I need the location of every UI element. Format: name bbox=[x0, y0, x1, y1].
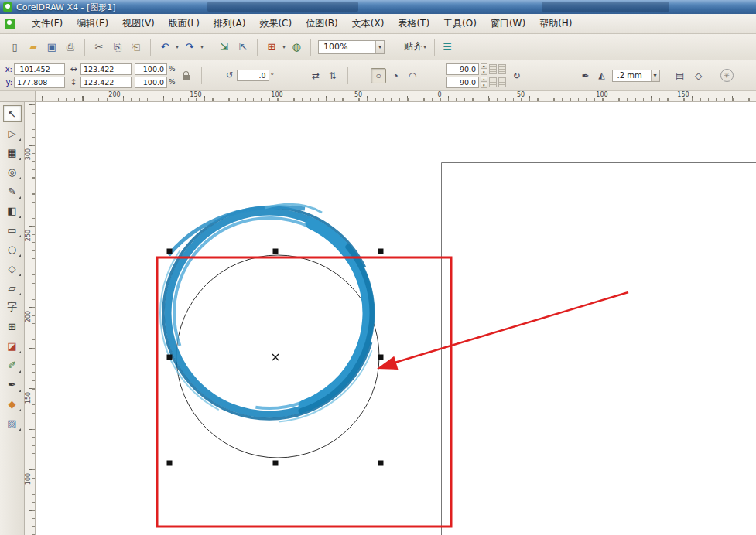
quick-customize-button[interactable]: ✳ bbox=[719, 68, 735, 83]
outline-width-dropdown-icon[interactable]: ▾ bbox=[651, 70, 659, 81]
menu-layout[interactable]: 版面(L) bbox=[162, 14, 207, 33]
object-height-field[interactable]: 123.422 mm bbox=[80, 77, 132, 88]
selection-handle[interactable] bbox=[273, 461, 279, 466]
pick-tool[interactable]: ↖ bbox=[3, 105, 22, 122]
mini-toggle-button[interactable] bbox=[489, 64, 497, 74]
export-icon[interactable]: ⇱ bbox=[234, 39, 251, 56]
ellipse-mode-button[interactable]: ○ bbox=[371, 68, 386, 83]
zoom-level-combobox[interactable]: 100% ▾ bbox=[318, 40, 385, 54]
mirror-horizontal-button[interactable]: ⇄ bbox=[308, 68, 323, 83]
polygon-tool[interactable]: ◇ bbox=[3, 260, 22, 277]
print-icon[interactable]: ⎙ bbox=[62, 39, 79, 56]
menu-table[interactable]: 表格(T) bbox=[391, 14, 436, 33]
arc-start-angle-field[interactable]: 90.0 bbox=[446, 63, 479, 75]
scale-vertical-field[interactable]: 100.0 bbox=[135, 77, 167, 88]
redo-dropdown-icon[interactable]: ▾ bbox=[200, 43, 204, 50]
mini-toggle-button[interactable] bbox=[498, 64, 506, 74]
menu-edit[interactable]: 编辑(E) bbox=[70, 14, 115, 33]
selection-handle[interactable] bbox=[378, 249, 384, 254]
menu-file[interactable]: 文件(F) bbox=[25, 14, 70, 33]
wrap-paragraph-text-button[interactable]: ▤ bbox=[672, 68, 688, 83]
selection-handle[interactable] bbox=[167, 355, 173, 360]
application-launcher-icon[interactable]: ⊞ bbox=[263, 39, 280, 56]
menu-tools[interactable]: 工具(O) bbox=[436, 14, 484, 33]
outline-pen-dialog-button[interactable]: ✒ bbox=[578, 68, 594, 83]
undo-icon[interactable]: ↶ bbox=[156, 39, 173, 56]
import-icon[interactable]: ⇲ bbox=[216, 39, 233, 56]
arc-mode-button[interactable]: ◠ bbox=[405, 68, 420, 83]
canvas[interactable] bbox=[36, 102, 756, 535]
zoom-tool[interactable]: ◎ bbox=[3, 163, 22, 180]
drawing-area[interactable] bbox=[36, 102, 756, 535]
crop-tool[interactable]: ▦ bbox=[3, 144, 22, 161]
save-icon[interactable]: ▣ bbox=[43, 39, 60, 56]
application-launcher-dropdown-icon[interactable]: ▾ bbox=[282, 43, 286, 50]
arc-end-angle-field[interactable]: 90.0 bbox=[446, 77, 479, 88]
menu-effects[interactable]: 效果(C) bbox=[252, 14, 299, 33]
menu-bitmaps[interactable]: 位图(B) bbox=[299, 14, 345, 33]
interactive-fill-tool[interactable]: ▨ bbox=[3, 414, 22, 431]
fill-tool[interactable]: ◆ bbox=[3, 395, 22, 412]
arc-direction-button[interactable]: ↻ bbox=[509, 64, 525, 87]
table-tool[interactable]: ⊞ bbox=[3, 318, 22, 335]
convert-to-curves-button[interactable]: ◇ bbox=[691, 68, 706, 83]
corel-online-icon[interactable]: ◍ bbox=[288, 39, 305, 56]
redo-icon[interactable]: ↷ bbox=[181, 39, 198, 56]
mini-toggle-button[interactable] bbox=[489, 77, 497, 87]
lock-ratio-button[interactable] bbox=[179, 64, 194, 87]
horizontal-ruler[interactable]: 20015010050050100150 bbox=[36, 91, 756, 102]
spin-up-icon[interactable]: ▴ bbox=[481, 77, 487, 82]
blend-tool[interactable]: ◪ bbox=[3, 337, 22, 354]
arc-start-spinner[interactable]: ▴▾ bbox=[481, 63, 487, 75]
menu-help[interactable]: 帮助(H) bbox=[532, 14, 579, 33]
open-folder-icon[interactable]: ▰ bbox=[25, 39, 42, 56]
outline-width-combobox[interactable]: .2 mm ▾ bbox=[612, 70, 660, 82]
text-tool[interactable]: 字 bbox=[3, 298, 22, 315]
smart-fill-tool[interactable]: ◧ bbox=[3, 202, 22, 219]
new-document-icon[interactable]: ▯ bbox=[6, 39, 23, 56]
selection-handle[interactable] bbox=[167, 249, 173, 254]
menu-window[interactable]: 窗口(W) bbox=[484, 14, 532, 33]
object-width-field[interactable]: 123.422 mm bbox=[80, 63, 132, 75]
vertical-ruler[interactable]: 300250200150100 bbox=[25, 102, 36, 535]
x-position-field[interactable]: -101.452 mm bbox=[14, 63, 65, 75]
rectangle-tool[interactable]: ▭ bbox=[3, 221, 22, 238]
menu-arrange[interactable]: 排列(A) bbox=[207, 14, 253, 33]
snap-dropdown[interactable]: 贴齐 ▾ bbox=[399, 40, 427, 54]
y-position-field[interactable]: 177.808 mm bbox=[14, 77, 65, 88]
selection-handle[interactable] bbox=[167, 461, 173, 466]
paste-icon[interactable]: ⎗ bbox=[128, 39, 145, 56]
eyedropper-tool[interactable]: ✐ bbox=[3, 356, 22, 373]
ruler-origin[interactable] bbox=[0, 91, 36, 102]
copy-icon[interactable]: ⎘ bbox=[109, 39, 126, 56]
spin-down-icon[interactable]: ▾ bbox=[481, 83, 487, 88]
cut-icon[interactable]: ✂ bbox=[91, 39, 108, 56]
shape-tool[interactable]: ▷ bbox=[3, 124, 22, 141]
selection-handle[interactable] bbox=[378, 355, 384, 360]
mirror-vertical-button[interactable]: ⇅ bbox=[325, 68, 340, 83]
basic-shapes-tool[interactable]: ▱ bbox=[3, 279, 22, 296]
pie-mode-button[interactable]: ◔ bbox=[388, 68, 403, 83]
titlebar[interactable]: CorelDRAW X4 - [图形1] bbox=[0, 0, 756, 14]
spin-up-icon[interactable]: ▴ bbox=[481, 63, 487, 69]
brush-stroke-circle[interactable] bbox=[125, 169, 415, 458]
freehand-tool[interactable]: ✎ bbox=[3, 182, 22, 199]
selection-center-marker[interactable] bbox=[272, 354, 279, 360]
arc-end-spinner[interactable]: ▴▾ bbox=[481, 77, 487, 88]
scale-horizontal-field[interactable]: 100.0 bbox=[135, 63, 167, 75]
snap-dropdown-icon[interactable]: ▾ bbox=[423, 43, 426, 50]
options-icon[interactable]: ☰ bbox=[439, 39, 456, 56]
menu-view[interactable]: 视图(V) bbox=[115, 14, 162, 33]
zoom-dropdown-icon[interactable]: ▾ bbox=[375, 41, 384, 53]
selection-handle[interactable] bbox=[378, 461, 384, 466]
ellipse-object[interactable] bbox=[176, 255, 379, 458]
outline-pen-tool[interactable]: ✒ bbox=[3, 376, 22, 393]
undo-dropdown-icon[interactable]: ▾ bbox=[176, 43, 179, 50]
mini-toggle-button[interactable] bbox=[498, 77, 506, 87]
ellipse-tool[interactable]: ○ bbox=[3, 240, 22, 257]
rotation-angle-field[interactable]: .0 bbox=[237, 70, 269, 81]
menu-text[interactable]: 文本(X) bbox=[345, 14, 392, 33]
selection-handle[interactable] bbox=[273, 249, 279, 254]
spin-down-icon[interactable]: ▾ bbox=[481, 70, 487, 75]
h-ruler-label: 50 bbox=[517, 91, 525, 98]
